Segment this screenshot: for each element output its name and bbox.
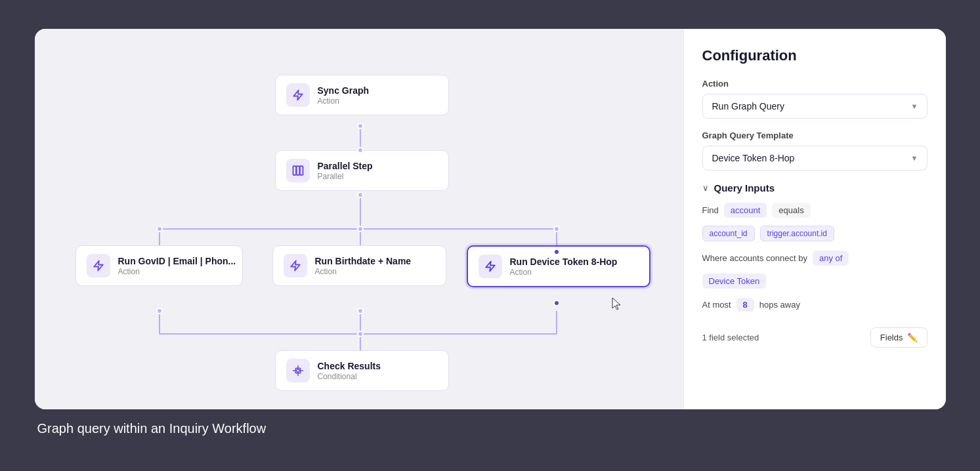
action-select[interactable]: Run Graph Query — [702, 94, 927, 119]
check-results-subtitle: Conditional — [318, 372, 381, 381]
account-id-row: account_id trigger.account.id — [702, 226, 927, 241]
run-device-token-title: Run Device Token 8-Hop — [510, 256, 618, 267]
find-account-tag: account — [724, 203, 767, 218]
run-govid-icon — [87, 254, 110, 277]
check-results-title: Check Results — [318, 361, 381, 371]
query-inputs-title: Query Inputs — [714, 182, 775, 194]
dot-merge-left — [156, 308, 163, 314]
run-birthdate-icon — [284, 254, 307, 277]
caption: Graph query within an Inquiry Workflow — [35, 421, 946, 436]
run-birthdate-subtitle: Action — [315, 267, 412, 276]
svg-point-20 — [296, 369, 299, 373]
svg-rect-16 — [300, 166, 303, 175]
at-most-label: At most — [702, 300, 731, 310]
svg-marker-19 — [486, 262, 495, 272]
find-row: Find account equals — [702, 203, 927, 218]
run-birthdate-node[interactable]: Run Birthdate + Name Action — [272, 245, 446, 286]
fields-button[interactable]: Fields ✏️ — [870, 327, 927, 348]
graph-query-template-select[interactable]: Device Token 8-Hop — [702, 146, 927, 171]
run-govid-node[interactable]: Run GovID | Email | Phon... Action — [75, 245, 243, 286]
query-inputs-section: ∨ Query Inputs Find account equals accou… — [702, 182, 927, 348]
parallel-step-subtitle: Parallel — [318, 172, 373, 181]
dot-parallel-bottom — [357, 192, 364, 198]
where-row: Where accounts connect by any of — [702, 251, 927, 266]
parallel-step-icon — [286, 159, 310, 182]
dot-branch-right — [553, 226, 560, 232]
device-token-tag: Device Token — [702, 274, 767, 289]
at-most-row: At most 8 hops away — [702, 298, 927, 312]
check-results-node[interactable]: Check Results Conditional — [275, 350, 449, 391]
svg-rect-15 — [296, 166, 299, 175]
svg-marker-17 — [94, 261, 103, 271]
run-govid-title: Run GovID | Email | Phon... — [118, 256, 236, 266]
dot-branch-left — [156, 226, 163, 232]
hops-number-badge: 8 — [736, 298, 754, 312]
dot-device-bottom — [553, 300, 560, 306]
trigger-tag: trigger.account.id — [760, 226, 834, 241]
parallel-step-title: Parallel Step — [318, 161, 373, 171]
check-results-icon — [286, 359, 310, 382]
dot-device-top — [553, 249, 560, 255]
action-select-wrapper[interactable]: Run Graph Query — [702, 94, 927, 119]
sync-graph-icon — [286, 83, 310, 107]
config-panel: Configuration Action Run Graph Query Gra… — [683, 29, 946, 409]
account-id-tag: account_id — [702, 226, 755, 241]
dot-parallel-top — [357, 147, 364, 154]
config-footer: 1 field selected Fields ✏️ — [702, 327, 927, 348]
dot-sync-bottom — [357, 123, 364, 129]
config-title: Configuration — [702, 47, 927, 64]
fields-selected-label: 1 field selected — [702, 333, 759, 342]
hops-label: hops away — [759, 300, 800, 310]
graph-query-template-label: Graph Query Template — [702, 131, 927, 140]
run-birthdate-title: Run Birthdate + Name — [315, 256, 412, 266]
any-of-tag: any of — [813, 251, 849, 266]
cursor — [611, 297, 623, 311]
svg-marker-13 — [293, 91, 303, 100]
dot-merge-bottom — [357, 331, 364, 337]
equals-tag: equals — [772, 203, 810, 218]
sync-graph-node[interactable]: Sync Graph Action — [275, 75, 449, 115]
svg-marker-18 — [291, 261, 300, 271]
action-label: Action — [702, 79, 927, 89]
svg-rect-14 — [293, 166, 296, 175]
parallel-step-node[interactable]: Parallel Step Parallel — [275, 150, 449, 191]
chevron-icon: ∨ — [702, 183, 709, 193]
device-token-row: Device Token — [702, 274, 927, 289]
sync-graph-title: Sync Graph — [318, 85, 370, 96]
graph-query-template-select-wrapper[interactable]: Device Token 8-Hop — [702, 146, 927, 171]
run-govid-subtitle: Action — [118, 267, 236, 276]
run-device-token-subtitle: Action — [510, 268, 618, 277]
dot-merge-center — [357, 308, 364, 314]
find-label: Find — [702, 205, 719, 215]
where-label: Where accounts connect by — [702, 253, 807, 263]
dot-branch-center — [357, 226, 364, 232]
run-device-token-icon — [479, 255, 502, 278]
sync-graph-subtitle: Action — [318, 96, 370, 106]
edit-icon: ✏️ — [907, 333, 918, 342]
graph-area: Sync Graph Action Parallel Step Parallel — [35, 29, 683, 409]
